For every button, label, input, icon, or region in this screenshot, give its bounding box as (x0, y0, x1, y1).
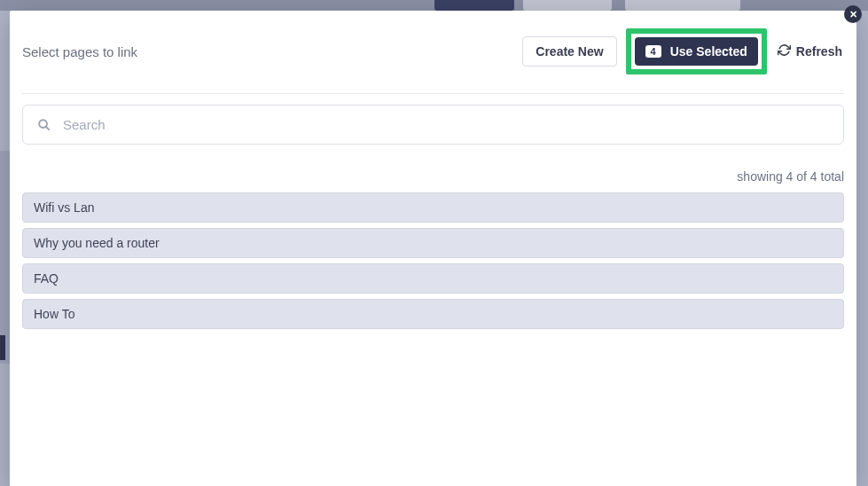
highlight-annotation: 4 Use Selected (626, 28, 767, 74)
pages-list: Wifi vs Lan Why you need a router FAQ Ho… (10, 192, 856, 329)
header-actions: Create New 4 Use Selected Refresh (522, 28, 844, 74)
background-button (625, 0, 740, 11)
close-icon: ✕ (849, 9, 857, 20)
create-new-button[interactable]: Create New (522, 36, 616, 67)
refresh-button[interactable]: Refresh (776, 36, 844, 67)
background-button (523, 0, 612, 11)
use-selected-label: Use Selected (670, 44, 747, 59)
modal-header: Select pages to link Create New 4 Use Se… (10, 11, 856, 93)
list-item[interactable]: FAQ (22, 263, 844, 294)
divider (22, 93, 844, 94)
list-item[interactable]: Why you need a router (22, 228, 844, 258)
refresh-label: Refresh (796, 44, 842, 59)
background-sidebar (0, 151, 10, 364)
close-button[interactable]: ✕ (844, 5, 862, 23)
modal-title: Select pages to link (22, 44, 522, 59)
background-button (434, 0, 514, 11)
search-input[interactable] (63, 117, 829, 132)
search-icon (37, 118, 51, 131)
result-count: showing 4 of 4 total (10, 155, 856, 192)
list-item[interactable]: Wifi vs Lan (22, 192, 844, 223)
background-sidebar-active (0, 335, 5, 360)
refresh-icon (778, 43, 791, 59)
select-pages-modal: ✕ Select pages to link Create New 4 Use … (10, 11, 856, 486)
search-field[interactable] (22, 105, 844, 145)
svg-line-1 (46, 127, 49, 129)
list-item[interactable]: How To (22, 299, 844, 329)
use-selected-button[interactable]: 4 Use Selected (635, 37, 758, 66)
selected-count-badge: 4 (645, 45, 661, 58)
